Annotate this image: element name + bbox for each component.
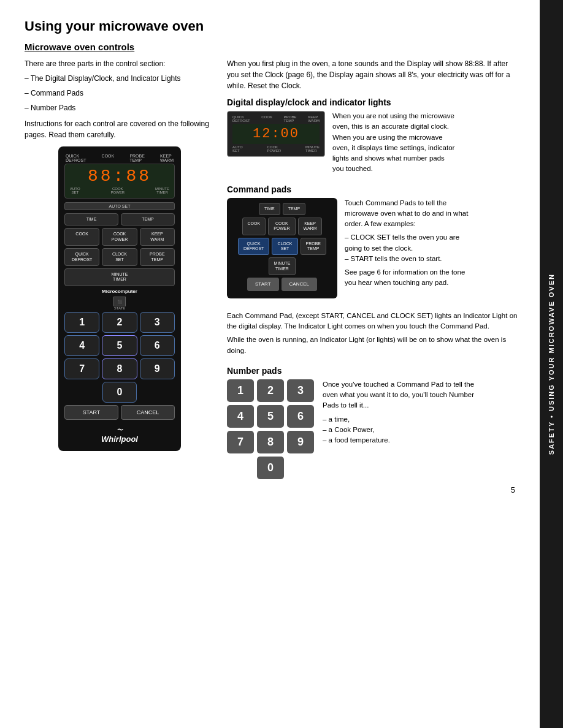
right-intro: When you first plug in the oven, a tone … <box>227 58 521 91</box>
num-btn-9[interactable]: 9 <box>140 358 175 379</box>
number-pads-panel: 1 2 3 4 5 6 7 8 9 0 <box>227 379 314 479</box>
auto-set-bar: AUTO SET <box>64 202 175 210</box>
cmd-see-page: See page 6 for information on the tone y… <box>345 267 473 289</box>
cmd-example-2: – START tells the oven to start. <box>345 254 473 264</box>
page-number: 5 <box>25 485 521 495</box>
sidebar: SAFETY • USING YOUR MICROWAVE OVEN <box>540 0 563 728</box>
number-pads-title: Number pads <box>227 366 521 376</box>
display-digits: 88:88 <box>70 168 169 185</box>
small-display: QUICKDEFROST COOK PROBETEMP KEEPWARM 12:… <box>227 111 325 157</box>
clock-set-button[interactable]: CLOCKSET <box>102 248 137 266</box>
np-7[interactable]: 7 <box>227 431 254 453</box>
minute-timer-button[interactable]: MINUTETIMER <box>64 268 175 286</box>
num-btn-0[interactable]: 0 <box>102 382 137 403</box>
section-title: Microwave oven controls <box>25 42 521 52</box>
right-column: When you first plug in the oven, a tone … <box>227 58 521 479</box>
num-btn-8[interactable]: 8 <box>102 358 137 379</box>
display-header: QUICKDEFROST COOK PROBETEMP KEEPWARM <box>64 154 175 162</box>
cmd-keep-warm[interactable]: KEEPWARM <box>298 218 323 235</box>
cmd-cook[interactable]: COOK <box>242 218 266 235</box>
cancel-button-main[interactable]: CANCEL <box>121 405 175 420</box>
cmd-cook-power[interactable]: COOKPOWER <box>268 218 295 235</box>
cook-button[interactable]: COOK <box>64 228 99 246</box>
label-cook-top: COOK <box>102 154 115 162</box>
cmd-cancel[interactable]: CANCEL <box>282 278 317 291</box>
sm-quick-defrost: QUICKDEFROST <box>232 115 250 123</box>
np-3[interactable]: 3 <box>287 379 314 402</box>
cmd-start[interactable]: START <box>247 278 278 291</box>
zero-row: 0 <box>64 382 175 403</box>
cmd-desc: Touch Command Pads to tell the microwave… <box>345 198 473 230</box>
cmd-probe-temp[interactable]: PROBETEMP <box>301 238 327 256</box>
number-pads-desc-block: Once you've touched a Command Pad to tel… <box>323 379 476 446</box>
np-4[interactable]: 4 <box>227 405 254 428</box>
cmd-clock-set[interactable]: CLOCKSET <box>272 238 297 256</box>
sub-cook-power: COOKPOWER <box>110 187 124 194</box>
start-button-main[interactable]: START <box>64 405 118 420</box>
sub-minute-timer: MINUTETIMER <box>155 187 169 194</box>
digital-display-title: Digital display/clock and indicator ligh… <box>227 97 521 107</box>
num-btn-3[interactable]: 3 <box>140 312 175 333</box>
label-probe-temp: PROBETEMP <box>129 154 145 162</box>
np-9[interactable]: 9 <box>287 431 314 453</box>
cmd-time-temp-row: TIME TEMP <box>232 203 332 215</box>
small-clock-digits: 12:00 <box>232 124 320 144</box>
display-screen: 88:88 AUTOSET COOKPOWER MINUTETIMER <box>64 164 175 199</box>
num-pads-grid: 1 2 3 4 5 6 7 8 9 <box>227 379 314 453</box>
auto-set-label: AUTO SET <box>109 204 131 208</box>
microwave-panel: QUICKDEFROST COOK PROBETEMP KEEPWARM 88:… <box>58 146 181 451</box>
np-1[interactable]: 1 <box>227 379 254 402</box>
digital-display-section: Digital display/clock and indicator ligh… <box>227 97 521 175</box>
sm-cook-power: COOKPOWER <box>267 145 281 153</box>
num-btn-7[interactable]: 7 <box>64 358 99 379</box>
keep-warm-button[interactable]: KEEPWARM <box>140 228 175 246</box>
num-btn-4[interactable]: 4 <box>64 335 99 356</box>
sub-auto-set: AUTOSET <box>70 187 80 194</box>
num-btn-6[interactable]: 6 <box>140 335 175 356</box>
intro-item-3: – Number Pads <box>25 102 215 113</box>
cmd-defrost-row: QUICKDEFROST CLOCKSET PROBETEMP <box>232 238 332 256</box>
np-0[interactable]: 0 <box>257 457 284 479</box>
intro-item-2: – Command Pads <box>25 88 215 99</box>
probe-temp-button[interactable]: PROBETEMP <box>140 248 175 266</box>
command-pads-title: Command pads <box>227 184 521 194</box>
np-8[interactable]: 8 <box>257 431 284 453</box>
num-btn-1[interactable]: 1 <box>64 312 99 333</box>
ss-icon: ⬛ <box>113 297 126 306</box>
sm-auto-set: AUTOSET <box>232 145 243 153</box>
num-btn-2[interactable]: 2 <box>102 312 137 333</box>
sm-cook: COOK <box>261 115 272 123</box>
number-grid: 1 2 3 4 5 6 7 8 9 <box>64 312 175 379</box>
sm-probe: PROBETEMP <box>284 115 297 123</box>
num-btn-5[interactable]: 5 <box>102 335 137 356</box>
display-sub: AUTOSET COOKPOWER MINUTETIMER <box>70 187 169 194</box>
label-quick-defrost: QUICKDEFROST <box>66 154 86 162</box>
cmd-timer-row: MINUTETIMER <box>232 257 332 275</box>
left-column: There are three parts in the control sec… <box>25 58 215 479</box>
cmd-cook-row: COOK COOKPOWER KEEPWARM <box>232 218 332 235</box>
main-content: Using your microwave oven Microwave oven… <box>0 0 540 507</box>
cmd-temp[interactable]: TEMP <box>283 203 305 215</box>
temp-button[interactable]: TEMP <box>121 213 175 226</box>
np-6[interactable]: 6 <box>287 405 314 428</box>
np-2[interactable]: 2 <box>257 379 284 402</box>
sidebar-text: SAFETY • USING YOUR MICROWAVE OVEN <box>548 273 555 455</box>
np-desc: Once you've touched a Command Pad to tel… <box>323 379 476 411</box>
label-keep-warm: KEEPWARM <box>160 154 174 162</box>
time-button[interactable]: TIME <box>64 213 118 226</box>
cmd-time[interactable]: TIME <box>259 203 280 215</box>
cmd-indicator-text: Each Command Pad, (except START, CANCEL … <box>227 311 521 332</box>
cook-power-button[interactable]: COOKPOWER <box>102 228 137 246</box>
whirlpool-logo: 〜 Whirlpool <box>64 425 175 444</box>
cmd-running-text: While the oven is running, an Indicator … <box>227 335 521 356</box>
state-label: STATE <box>64 306 175 310</box>
quick-defrost-button[interactable]: QUICKDEFROST <box>64 248 99 266</box>
np-5[interactable]: 5 <box>257 405 284 428</box>
start-cancel-row: START CANCEL <box>64 405 175 420</box>
cook-row: COOK COOKPOWER KEEPWARM <box>64 228 175 246</box>
cmd-quick-defrost[interactable]: QUICKDEFROST <box>238 238 269 256</box>
page-title: Using your microwave oven <box>25 18 521 34</box>
cmd-minute-timer[interactable]: MINUTETIMER <box>269 257 296 275</box>
timer-row: MINUTETIMER <box>64 268 175 286</box>
microcomputer-label: Microcomputer <box>64 289 175 294</box>
